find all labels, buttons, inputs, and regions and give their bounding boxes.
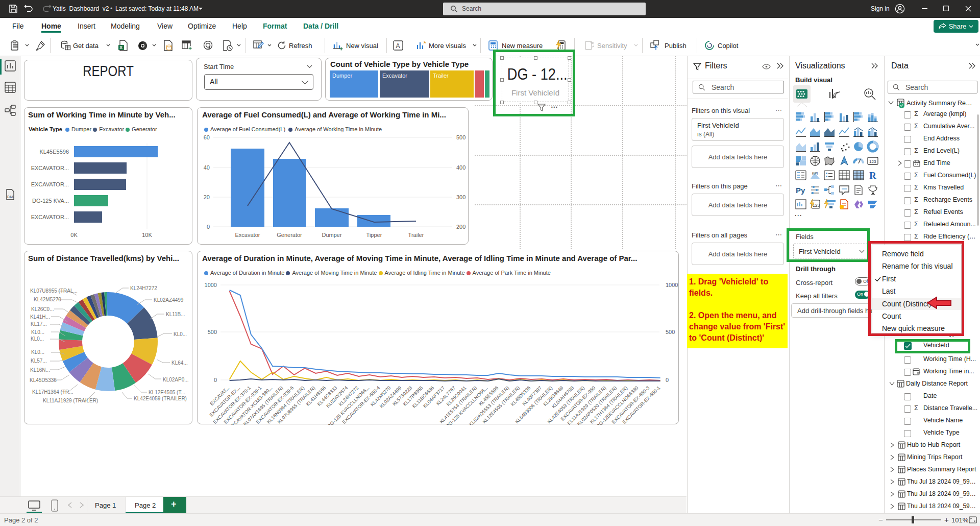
svg-text:KL11B...: KL11B... [166,312,185,317]
svg-text:20: 20 [204,194,210,200]
svg-text:10K: 10K [142,232,152,238]
svg-text:KL24H7272: KL24H7272 [130,285,157,291]
svg-text:0: 0 [214,377,217,383]
svg-text:R: R [869,170,876,181]
svg-text:0: 0 [207,224,210,230]
svg-text:Excavator: Excavator [235,232,260,238]
svg-text:KL64...: KL64... [172,360,188,366]
svg-text:KL26C0...: KL26C0... [31,306,54,312]
svg-text:Trailer: Trailer [408,232,424,238]
svg-text:1000: 1000 [666,282,678,288]
svg-text:0K: 0K [70,232,78,238]
svg-text:KL42M5270: KL42M5270 [34,297,61,302]
svg-text:KPI: KPI [812,172,818,175]
svg-text:KL41H...: KL41H... [30,314,50,320]
svg-text:1000: 1000 [205,282,217,288]
svg-text:300: 300 [456,194,465,200]
svg-text:X: X [119,45,122,50]
svg-text:KL02AZ4499: KL02AZ4499 [154,297,184,303]
svg-text:Tipper: Tipper [366,232,382,238]
svg-text:KL0...: KL0... [31,349,44,355]
svg-text:KL07U8955 (TRAL...: KL07U8955 (TRAL... [30,288,78,294]
svg-text:500: 500 [456,134,465,140]
svg-text:KL11AJ1929 (TRAILER): KL11AJ1929 (TRAILER) [43,398,98,403]
svg-text:KL57...: KL57... [31,358,47,364]
svg-text:KL17H1364 (TR...: KL17H1364 (TR... [32,389,74,395]
svg-text:KL0...: KL0... [174,331,187,337]
svg-text:EXCAVATOR...: EXCAVATOR... [31,165,69,171]
svg-text:0: 0 [666,377,669,383]
svg-text:KL45E5596: KL45E5596 [40,149,69,155]
svg-text:Py: Py [796,186,805,195]
svg-text:500: 500 [666,329,675,335]
svg-text:DG-125 KVA...: DG-125 KVA... [32,198,69,204]
svg-text:60: 60 [204,134,210,140]
svg-text:KL12E4505 (T...: KL12E4505 (T... [149,390,185,395]
svg-text:KL17...: KL17... [31,321,47,327]
svg-text:EXCAVATOR...: EXCAVATOR... [31,181,69,187]
svg-text:EXCAVATOR...: EXCAVATOR... [31,214,69,220]
svg-text:40: 40 [204,164,210,171]
svg-text:123: 123 [869,159,876,164]
svg-text:KL02AP0...: KL02AP0... [163,377,189,382]
svg-text:KL0...: KL0... [31,336,44,342]
svg-text:500: 500 [208,329,217,335]
svg-text:Generator: Generator [277,232,302,238]
svg-text:KL45D5336: KL45D5336 [30,377,57,383]
svg-text:Dumper: Dumper [322,232,341,238]
svg-text:400: 400 [456,164,465,171]
svg-text:KL0...: KL0... [31,329,44,335]
svg-text:A: A [396,42,400,50]
svg-text:200: 200 [456,224,465,230]
svg-text:DAX: DAX [7,195,14,199]
svg-text:KL16N...: KL16N... [30,367,50,373]
svg-text:KL42E4059 (TRAILER): KL42E4059 (TRAILER) [134,396,187,401]
